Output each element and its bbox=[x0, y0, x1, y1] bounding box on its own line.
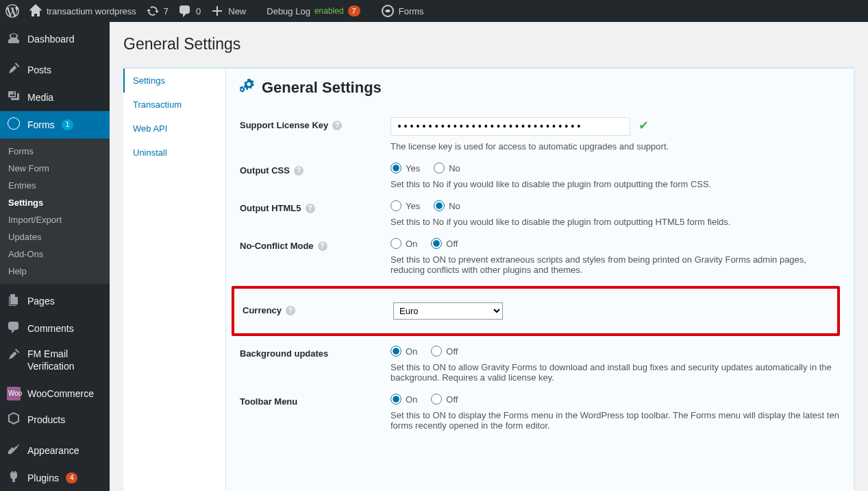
menu-comments-label: Comments bbox=[27, 322, 74, 335]
label-output-html5: Output HTML5 ? bbox=[240, 200, 390, 213]
output-css-no[interactable]: No bbox=[434, 163, 460, 173]
plugins-update-badge: 4 bbox=[66, 472, 78, 483]
site-name-label: transactium wordpress bbox=[47, 6, 136, 16]
pin-icon-2 bbox=[7, 348, 21, 364]
settings-panel: General Settings Support License Key ? ✔… bbox=[226, 68, 854, 491]
menu-products[interactable]: Products bbox=[0, 406, 110, 433]
tab-webapi[interactable]: Web API bbox=[123, 117, 225, 141]
menu-appearance[interactable]: Appearance bbox=[0, 437, 110, 464]
toolbar-desc: Set this to ON to display the Forms menu… bbox=[390, 410, 840, 431]
label-output-css: Output CSS ? bbox=[240, 163, 390, 176]
submenu-help[interactable]: Help bbox=[0, 263, 110, 280]
output-html5-yes[interactable]: Yes bbox=[390, 200, 420, 211]
comments-count: 0 bbox=[196, 6, 201, 16]
noconflict-on[interactable]: On bbox=[390, 238, 417, 249]
debug-log-link[interactable]: Debug Log enabled 7 bbox=[266, 0, 360, 22]
debug-status: enabled bbox=[314, 6, 344, 16]
products-icon bbox=[7, 411, 21, 428]
output-html5-desc: Set this to No if you would like to disa… bbox=[390, 217, 840, 227]
submenu-updates[interactable]: Updates bbox=[0, 228, 110, 246]
update-icon bbox=[146, 4, 160, 18]
row-output-html5: Output HTML5 ? Yes No Set this to No if … bbox=[240, 200, 840, 227]
submenu-new-form[interactable]: New Form bbox=[0, 160, 110, 177]
panel-heading: General Settings bbox=[240, 78, 840, 97]
submenu-entries[interactable]: Entries bbox=[0, 177, 110, 194]
dashboard-icon bbox=[7, 31, 21, 47]
label-noconflict: No-Conflict Mode ? bbox=[240, 238, 390, 251]
forms-link[interactable]: Forms bbox=[381, 0, 424, 22]
noconflict-off[interactable]: Off bbox=[431, 238, 458, 249]
currency-select[interactable]: Euro bbox=[393, 302, 503, 320]
gears-icon bbox=[240, 78, 255, 97]
menu-products-label: Products bbox=[27, 414, 65, 426]
label-bg-updates: Background updates bbox=[240, 346, 390, 359]
media-icon bbox=[7, 89, 21, 106]
menu-posts-label: Posts bbox=[27, 64, 51, 76]
menu-pages[interactable]: Pages bbox=[0, 287, 110, 315]
admin-bar: transactium wordpress 7 0 New Debug Log … bbox=[0, 0, 868, 22]
menu-dashboard-label: Dashboard bbox=[27, 33, 75, 45]
menu-woocommerce[interactable]: Woo WooCommerce bbox=[0, 381, 110, 406]
help-icon[interactable]: ? bbox=[294, 166, 303, 176]
toolbar-on[interactable]: On bbox=[390, 394, 417, 405]
debug-log-label: Debug Log bbox=[266, 6, 310, 16]
wp-logo[interactable] bbox=[5, 0, 19, 22]
menu-media[interactable]: Media bbox=[0, 84, 110, 111]
comments-link[interactable]: 0 bbox=[178, 0, 201, 22]
forms-submenu: Forms New Form Entries Settings Import/E… bbox=[0, 139, 110, 284]
submenu-import-export[interactable]: Import/Export bbox=[0, 211, 110, 228]
admin-menu: Dashboard Posts Media Forms 1 Forms New … bbox=[0, 22, 110, 491]
menu-forms[interactable]: Forms 1 bbox=[0, 111, 110, 139]
output-css-desc: Set this to No if you would like to disa… bbox=[390, 179, 840, 189]
page-title: General Settings bbox=[123, 29, 854, 67]
label-license: Support License Key ? bbox=[240, 117, 390, 130]
row-toolbar: Toolbar Menu On Off Set this to ON to di… bbox=[240, 394, 840, 431]
pages-icon bbox=[7, 293, 21, 309]
menu-woocommerce-label: WooCommerce bbox=[27, 387, 94, 400]
output-html5-no[interactable]: No bbox=[434, 200, 460, 211]
tab-settings[interactable]: Settings bbox=[123, 69, 225, 93]
menu-dashboard[interactable]: Dashboard bbox=[0, 25, 110, 53]
menu-media-label: Media bbox=[27, 91, 53, 104]
submenu-settings[interactable]: Settings bbox=[0, 194, 110, 211]
updates-link[interactable]: 7 bbox=[146, 0, 169, 22]
menu-plugins[interactable]: Plugins 4 bbox=[0, 464, 110, 491]
woocommerce-icon: Woo bbox=[7, 387, 21, 400]
menu-posts[interactable]: Posts bbox=[0, 56, 110, 84]
tab-transactium[interactable]: Transactium bbox=[123, 93, 225, 117]
toolbar-off[interactable]: Off bbox=[431, 394, 458, 405]
new-content-link[interactable]: New bbox=[210, 0, 246, 22]
comments-menu-icon bbox=[7, 320, 21, 337]
menu-pages-label: Pages bbox=[27, 295, 55, 307]
forms-update-badge: 1 bbox=[62, 119, 74, 130]
submenu-add-ons[interactable]: Add-Ons bbox=[0, 246, 110, 263]
forms-icon bbox=[381, 4, 395, 18]
output-css-yes[interactable]: Yes bbox=[390, 163, 420, 173]
help-icon[interactable]: ? bbox=[286, 306, 295, 315]
menu-appearance-label: Appearance bbox=[27, 444, 79, 457]
menu-fm-email[interactable]: FM Email Verification bbox=[0, 342, 110, 378]
settings-tabs: Settings Transactium Web API Uninstall bbox=[123, 68, 226, 491]
appearance-icon bbox=[7, 442, 21, 459]
bg-updates-off[interactable]: Off bbox=[431, 346, 458, 357]
license-input[interactable] bbox=[390, 117, 630, 136]
site-name[interactable]: transactium wordpress bbox=[29, 0, 136, 22]
row-output-css: Output CSS ? Yes No Set this to No if yo… bbox=[240, 163, 840, 189]
row-license: Support License Key ? ✔ The license key … bbox=[240, 117, 840, 152]
help-icon[interactable]: ? bbox=[306, 204, 315, 213]
gravityforms-icon bbox=[7, 117, 21, 133]
row-currency: Currency ? Euro bbox=[234, 302, 829, 320]
home-icon bbox=[29, 4, 42, 18]
bg-updates-on[interactable]: On bbox=[390, 346, 417, 357]
tab-uninstall[interactable]: Uninstall bbox=[123, 141, 225, 165]
menu-forms-label: Forms bbox=[27, 119, 55, 131]
menu-fm-email-label: FM Email Verification bbox=[27, 348, 103, 372]
help-icon[interactable]: ? bbox=[332, 121, 342, 130]
plugins-icon bbox=[7, 470, 21, 486]
help-icon[interactable]: ? bbox=[318, 241, 327, 251]
forms-link-label: Forms bbox=[399, 6, 424, 16]
panel-title-text: General Settings bbox=[262, 79, 382, 97]
submenu-forms[interactable]: Forms bbox=[0, 143, 110, 160]
menu-comments[interactable]: Comments bbox=[0, 315, 110, 342]
new-content-label: New bbox=[228, 6, 246, 16]
